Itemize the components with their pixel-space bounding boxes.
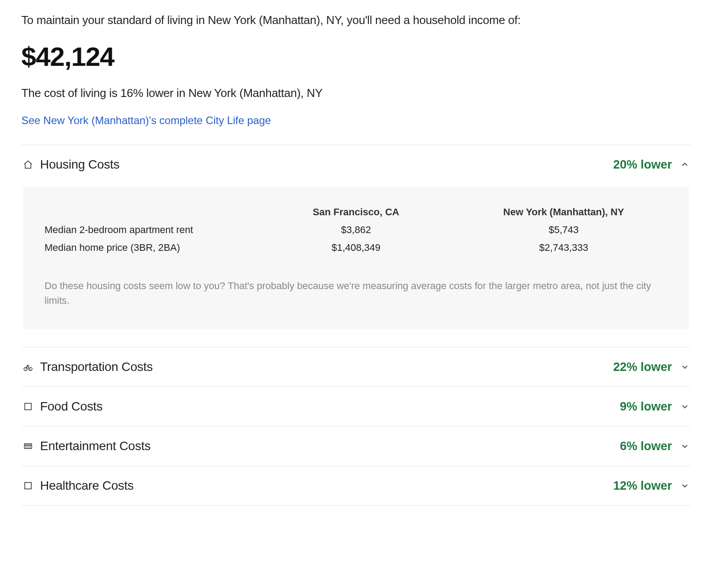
- section-delta: 20% lower: [613, 158, 672, 172]
- svg-point-0: [24, 367, 27, 371]
- table-row-label: Median 2-bedroom apartment rent: [44, 224, 252, 236]
- housing-expanded-panel: San Francisco, CA New York (Manhattan), …: [23, 187, 689, 329]
- divider: [21, 505, 691, 506]
- section-delta: 12% lower: [613, 479, 672, 493]
- food-icon: [23, 402, 33, 411]
- city-life-link[interactable]: See New York (Manhattan)'s complete City…: [21, 114, 271, 127]
- section-delta: 22% lower: [613, 360, 672, 374]
- section-title: Healthcare Costs: [40, 479, 134, 493]
- table-header-city-b: New York (Manhattan), NY: [460, 206, 668, 218]
- section-title: Food Costs: [40, 399, 102, 414]
- intro-text: To maintain your standard of living in N…: [21, 13, 691, 27]
- svg-rect-4: [25, 483, 32, 489]
- bicycle-icon: [23, 362, 33, 372]
- chevron-up-icon: [681, 161, 689, 169]
- section-delta: 9% lower: [620, 400, 672, 414]
- section-row-transportation[interactable]: Transportation Costs 22% lower: [21, 347, 691, 387]
- section-title: Housing Costs: [40, 157, 119, 172]
- chevron-down-icon: [681, 442, 689, 450]
- svg-rect-2: [25, 403, 32, 410]
- table-row-label: Median home price (3BR, 2BA): [44, 242, 252, 254]
- chevron-down-icon: [681, 403, 689, 411]
- chevron-down-icon: [681, 363, 689, 371]
- table-row-value-b: $5,743: [460, 224, 668, 236]
- housing-table: San Francisco, CA New York (Manhattan), …: [44, 206, 668, 254]
- housing-note: Do these housing costs seem low to you? …: [44, 278, 668, 308]
- section-title: Transportation Costs: [40, 360, 153, 374]
- entertainment-icon: [23, 441, 33, 451]
- table-header-city-a: San Francisco, CA: [252, 206, 460, 218]
- table-row-value-b: $2,743,333: [460, 242, 668, 254]
- col-summary-text: The cost of living is 16% lower in New Y…: [21, 86, 691, 100]
- chevron-down-icon: [681, 482, 689, 490]
- healthcare-icon: [23, 481, 33, 491]
- section-row-entertainment[interactable]: Entertainment Costs 6% lower: [21, 427, 691, 466]
- required-income-amount: $42,124: [21, 41, 691, 72]
- section-row-healthcare[interactable]: Healthcare Costs 12% lower: [21, 466, 691, 505]
- section-delta: 6% lower: [620, 439, 672, 453]
- section-row-housing[interactable]: Housing Costs 20% lower: [21, 145, 691, 184]
- table-row-value-a: $3,862: [252, 224, 460, 236]
- table-row-value-a: $1,408,349: [252, 242, 460, 254]
- section-title: Entertainment Costs: [40, 439, 150, 453]
- section-row-food[interactable]: Food Costs 9% lower: [21, 387, 691, 426]
- house-icon: [23, 160, 33, 169]
